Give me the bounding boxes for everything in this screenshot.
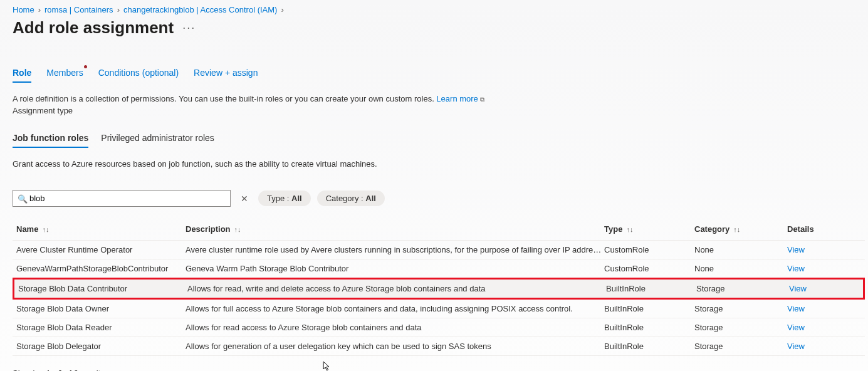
required-dot-icon	[84, 65, 87, 68]
filter-pill-category-label: Category :	[326, 194, 366, 203]
role-category-cell: Storage	[694, 323, 787, 332]
role-description-cell: Allows for generation of a user delegati…	[186, 342, 604, 351]
wizard-tabs: Role Members Conditions (optional) Revie…	[13, 68, 868, 83]
sort-asc-icon: ↑↓	[42, 226, 49, 233]
view-details-link[interactable]: View	[787, 245, 837, 254]
table-row[interactable]: Storage Blob Data OwnerAllows for full a…	[13, 300, 865, 318]
subtab-privileged[interactable]: Privileged administrator roles	[101, 133, 214, 148]
role-type-cell: BuiltInRole	[604, 304, 694, 313]
column-header-name-label: Name	[16, 224, 38, 234]
breadcrumb-home[interactable]: Home	[13, 5, 34, 14]
column-header-details-label: Details	[787, 224, 814, 234]
role-category-cell: None	[694, 245, 787, 254]
view-details-link[interactable]: View	[787, 264, 837, 273]
role-type-cell: BuiltInRole	[604, 323, 694, 332]
role-type-cell: BuiltInRole	[604, 342, 694, 351]
view-details-link[interactable]: View	[787, 304, 837, 313]
learn-more-link[interactable]: Learn more	[436, 94, 478, 103]
chevron-right-icon: ›	[281, 5, 283, 14]
breadcrumb-blob[interactable]: changetrackingblob | Access Control (IAM…	[123, 5, 277, 14]
table-row[interactable]: GenevaWarmPathStorageBlobContributorGene…	[13, 259, 865, 278]
role-type-cell: CustomRole	[604, 264, 694, 273]
table-row[interactable]: Storage Blob Data ReaderAllows for read …	[13, 318, 865, 337]
role-name-cell: Avere Cluster Runtime Operator	[16, 245, 186, 254]
role-name-cell: Storage Blob Data Reader	[16, 323, 186, 332]
results-count: Showing 1 - 6 of 6 results.	[13, 368, 868, 371]
table-header: Name ↑↓ Description ↑↓ Type ↑↓ Category …	[13, 218, 865, 241]
column-header-details: Details	[787, 224, 837, 234]
filter-pill-type[interactable]: Type : All	[258, 191, 311, 206]
tab-review[interactable]: Review + assign	[194, 68, 258, 83]
breadcrumb: Home › romsa | Containers › changetracki…	[13, 5, 868, 14]
column-header-category-label: Category	[694, 224, 729, 234]
page-title-row: Add role assignment ···	[13, 18, 868, 38]
role-category-cell: Storage	[694, 342, 787, 351]
chevron-right-icon: ›	[117, 5, 120, 14]
role-description-cell: Allows for read, write and delete access…	[187, 284, 606, 293]
sort-icon: ↑↓	[234, 226, 241, 233]
filter-pill-type-label: Type :	[267, 194, 291, 203]
tab-members-label: Members	[46, 68, 83, 78]
role-name-cell: Storage Blob Delegator	[16, 342, 186, 351]
view-details-link[interactable]: View	[787, 342, 837, 351]
filter-pill-type-value: All	[291, 194, 302, 203]
more-button[interactable]: ···	[182, 21, 196, 34]
role-subtabs: Job function roles Privileged administra…	[13, 133, 868, 148]
column-header-type[interactable]: Type ↑↓	[604, 224, 694, 234]
column-header-description[interactable]: Description ↑↓	[186, 224, 604, 234]
role-description-cell: Allows for read access to Azure Storage …	[186, 323, 604, 332]
role-description-text: A role definition is a collection of per…	[13, 94, 436, 103]
external-link-icon: ⧉	[480, 96, 484, 103]
table-row[interactable]: Avere Cluster Runtime OperatorAvere clus…	[13, 241, 865, 259]
sort-icon: ↑↓	[733, 226, 740, 233]
search-box: 🔍	[13, 190, 231, 207]
role-description-cell: Geneva Warm Path Storage Blob Contributo…	[186, 264, 604, 273]
table-body: Avere Cluster Runtime OperatorAvere clus…	[13, 241, 865, 356]
view-details-link[interactable]: View	[787, 323, 837, 332]
column-header-type-label: Type	[604, 224, 622, 234]
column-header-name[interactable]: Name ↑↓	[16, 224, 186, 234]
role-name-cell: GenevaWarmPathStorageBlobContributor	[16, 264, 186, 273]
filter-pill-category[interactable]: Category : All	[317, 191, 385, 206]
search-icon: 🔍	[18, 194, 28, 203]
role-category-cell: Storage	[696, 284, 789, 293]
breadcrumb-romsa[interactable]: romsa | Containers	[44, 5, 113, 14]
subtab-hint: Grant access to Azure resources based on…	[13, 159, 868, 169]
view-details-link[interactable]: View	[789, 284, 839, 293]
subtab-job-function[interactable]: Job function roles	[13, 133, 88, 148]
column-header-description-label: Description	[186, 224, 231, 234]
role-type-cell: CustomRole	[604, 245, 694, 254]
tab-conditions[interactable]: Conditions (optional)	[98, 68, 179, 83]
filter-row: 🔍 ✕ Type : All Category : All	[13, 190, 868, 207]
sort-icon: ↑↓	[626, 226, 633, 233]
table-row[interactable]: Storage Blob Data ContributorAllows for …	[13, 278, 865, 300]
page-title: Add role assignment	[13, 18, 174, 38]
role-category-cell: None	[694, 264, 787, 273]
role-description: A role definition is a collection of per…	[13, 94, 868, 103]
role-description-cell: Allows for full access to Azure Storage …	[186, 304, 604, 313]
roles-table: Name ↑↓ Description ↑↓ Type ↑↓ Category …	[13, 218, 865, 356]
role-category-cell: Storage	[694, 304, 787, 313]
search-input[interactable]	[13, 190, 231, 207]
role-name-cell: Storage Blob Data Owner	[16, 304, 186, 313]
tab-members[interactable]: Members	[46, 68, 83, 83]
assignment-type-label: Assignment type	[13, 106, 868, 115]
chevron-right-icon: ›	[38, 5, 41, 14]
filter-pill-category-value: All	[365, 194, 376, 203]
role-name-cell: Storage Blob Data Contributor	[18, 284, 187, 293]
role-type-cell: BuiltInRole	[606, 284, 696, 293]
column-header-category[interactable]: Category ↑↓	[694, 224, 787, 234]
table-row[interactable]: Storage Blob DelegatorAllows for generat…	[13, 337, 865, 356]
clear-search-button[interactable]: ✕	[237, 194, 252, 204]
role-description-cell: Avere cluster runtime role used by Avere…	[186, 245, 604, 254]
tab-role[interactable]: Role	[13, 68, 31, 83]
